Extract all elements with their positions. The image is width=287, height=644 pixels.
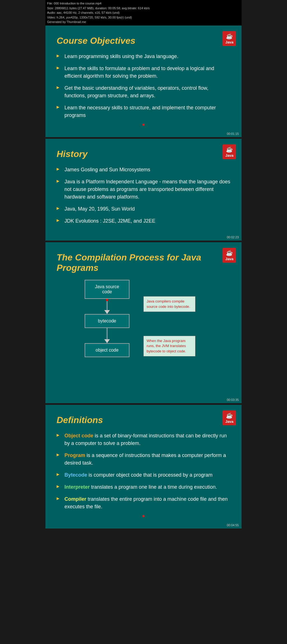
diagram-box-objectcode: object code — [85, 343, 129, 357]
timestamp-4: 00:04:55 — [227, 523, 239, 527]
slide-title-3: The Compilation Process for Java Program… — [57, 252, 230, 273]
slide-compilation: ☕ Java The Compilation Process for Java … — [45, 242, 242, 405]
red-dot-diagram — [106, 299, 108, 301]
timestamp-3: 00:03:35 — [227, 398, 239, 401]
list-item: Learn the skills to formulate a problem … — [57, 65, 230, 80]
diagram-box-source: Java source code — [85, 280, 129, 299]
list-item: Get the basic understanding of variables… — [57, 84, 230, 100]
bullet-list-2: James Gosling and Sun Microsystems Java … — [57, 166, 230, 225]
highlight-interpreter: Interpreter — [64, 484, 90, 490]
file-info-line4: Video: h.264, yuv420p, 1330x720, 592 kb/… — [47, 15, 240, 20]
list-item: Learn the necessary skills to structure,… — [57, 104, 230, 119]
slide-title-4: Definitions — [57, 415, 230, 425]
list-item: Learn programming skills using the Java … — [57, 53, 230, 60]
java-icon-1: ☕ — [225, 33, 233, 40]
file-info-header: File: 000 Introduction to the course.mp4… — [45, 0, 242, 26]
highlight-bytecode: Bytecode — [64, 472, 87, 478]
list-item: James Gosling and Sun Microsystems — [57, 166, 230, 174]
java-badge-1: ☕ Java — [223, 31, 236, 46]
java-icon-4: ☕ — [225, 412, 233, 419]
slide-title-2: History — [57, 149, 230, 159]
file-info-line3: Audio: aac, 44100 Hz, 2 channels, s16, 5… — [47, 10, 240, 15]
annotation-2-wrapper: When the Java program runs, the JVM tran… — [144, 344, 162, 348]
compilation-diagram: Java source code bytecode object c — [57, 280, 230, 386]
java-badge-3: ☕ Java — [223, 248, 236, 263]
red-dot-4 — [142, 515, 145, 517]
annotation-1-wrapper: Java compilers compile source code into … — [144, 302, 162, 306]
java-badge-2: ☕ Java — [223, 144, 236, 159]
timestamp-2: 00:02:23 — [227, 236, 239, 239]
annotation-box-1: Java compilers compile source code into … — [144, 296, 195, 311]
timestamp-1: 00:01:15 — [227, 132, 239, 135]
bullet-list-4: Object code is a set of binary-format in… — [57, 432, 230, 511]
diagram-boxes: Java source code bytecode object c — [85, 280, 129, 357]
red-dot-1 — [142, 124, 145, 126]
java-icon-2: ☕ — [225, 146, 233, 153]
highlight-program: Program — [64, 453, 85, 458]
bullet-list-1: Learn programming skills using the Java … — [57, 53, 230, 119]
file-info-line2: Size: 28806811 bytes (27.47 MiB), durati… — [47, 6, 240, 11]
slide-history: ☕ Java History James Gosling and Sun Mic… — [45, 139, 242, 242]
java-icon-3: ☕ — [225, 250, 233, 256]
arrow-1 — [104, 299, 110, 314]
file-info-line1: File: 000 Introduction to the course.mp4 — [47, 1, 240, 6]
arrow-2 — [104, 328, 110, 343]
java-badge-4: ☕ Java — [223, 410, 236, 425]
slide-title-1: Course Objectives — [57, 36, 230, 46]
highlight-compiler: Compiler — [64, 496, 86, 502]
highlight-objectcode: Object code — [64, 433, 93, 438]
file-info-line5: Generated by Thumbnail.me — [47, 20, 240, 24]
annotation-box-2: When the Java program runs, the JVM tran… — [144, 336, 195, 356]
list-item: Java is a Platform Independent Language … — [57, 178, 230, 201]
diagram-box-bytecode: bytecode — [85, 314, 129, 328]
list-item-bytecode: Bytecode is computer object code that is… — [57, 471, 230, 479]
list-item-interpreter: Interpreter translates a program one lin… — [57, 483, 230, 491]
list-item-program: Program is a sequence of instructions th… — [57, 452, 230, 467]
list-item: Java, May 20, 1995, Sun World — [57, 205, 230, 213]
list-item-compiler: Compiler translates the entire program i… — [57, 495, 230, 511]
slide-course-objectives: ☕ Java Course Objectives Learn programmi… — [45, 26, 242, 139]
slide-definitions: ☕ Java Definitions Object code is a set … — [45, 405, 242, 530]
list-item-objectcode: Object code is a set of binary-format in… — [57, 432, 230, 447]
list-item: JDK Evolutions : J2SE, J2ME, and J2EE — [57, 217, 230, 225]
